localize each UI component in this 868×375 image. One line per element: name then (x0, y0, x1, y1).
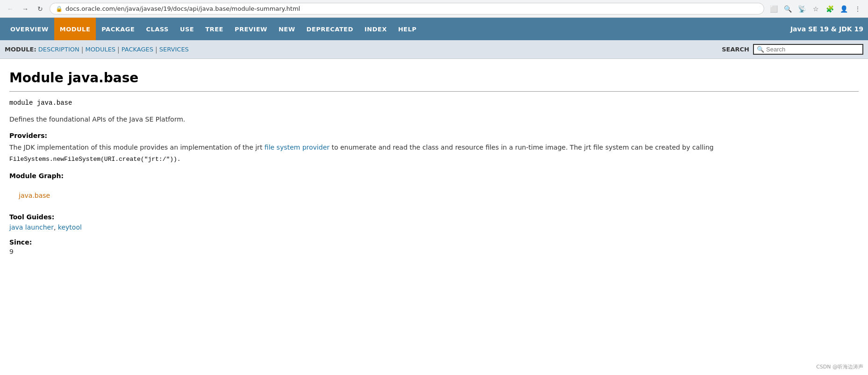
module-node[interactable]: java.base (19, 192, 50, 199)
nav-version: Java SE 19 & JDK 19 (790, 25, 863, 33)
nav-bar: OVERVIEW MODULE PACKAGE CLASS USE TREE P… (0, 18, 868, 40)
search-input[interactable] (766, 46, 860, 53)
sub-nav-sep-3: | (155, 46, 158, 53)
extensions-btn[interactable]: 🧩 (824, 3, 835, 14)
sub-nav-sep-2: | (117, 46, 120, 53)
keytool-link[interactable]: keytool (58, 224, 82, 231)
nav-overview[interactable]: OVERVIEW (5, 18, 54, 40)
nav-help[interactable]: HELP (393, 18, 423, 40)
module-graph-container: java.base (9, 187, 859, 204)
search-label: SEARCH (722, 46, 749, 53)
star-btn[interactable]: ☆ (810, 3, 821, 14)
nav-module[interactable]: MODULE (54, 18, 96, 40)
title-divider (9, 91, 859, 92)
profile-btn[interactable]: 👤 (838, 3, 849, 14)
search-container: 🔍 (753, 44, 863, 55)
sub-nav-packages[interactable]: PACKAGES (122, 46, 153, 53)
address-url: docs.oracle.com/en/java/javase/19/docs/a… (65, 5, 300, 12)
address-bar: 🔒 docs.oracle.com/en/java/javase/19/docs… (50, 3, 764, 14)
module-code-block: module java.base (9, 99, 859, 107)
nav-package[interactable]: PACKAGE (96, 18, 140, 40)
sub-nav-description[interactable]: DESCRIPTION (38, 46, 79, 53)
since-label: Since: (9, 238, 859, 246)
providers-text: The JDK implementation of this module pr… (9, 142, 859, 165)
nav-new[interactable]: NEW (273, 18, 301, 40)
nav-index[interactable]: INDEX (359, 18, 393, 40)
providers-label: Providers: (9, 132, 859, 139)
nav-class[interactable]: CLASS (140, 18, 174, 40)
nav-preview[interactable]: PREVIEW (229, 18, 273, 40)
sub-nav-sep-1: | (81, 46, 84, 53)
sub-nav-module-label: MODULE: (5, 46, 36, 53)
sub-nav-services[interactable]: SERVICES (159, 46, 189, 53)
lock-icon: 🔒 (56, 6, 63, 12)
sub-nav-modules[interactable]: MODULES (85, 46, 115, 53)
nav-deprecated[interactable]: DEPRECATED (301, 18, 359, 40)
zoom-btn[interactable]: 🔍 (782, 3, 793, 14)
nav-tree[interactable]: TREE (200, 18, 229, 40)
sub-nav: MODULE: DESCRIPTION | MODULES | PACKAGES… (0, 40, 868, 59)
java-launcher-link[interactable]: java launcher (9, 224, 54, 231)
module-graph-label: Module Graph: (9, 172, 859, 180)
tool-guides-links: java launcher, keytool (9, 224, 859, 231)
providers-text-before: The JDK implementation of this module pr… (9, 144, 265, 151)
page-title: Module java.base (9, 70, 859, 86)
tool-guides-sep: , (54, 224, 58, 231)
forward-button[interactable]: → (20, 3, 31, 14)
reload-button[interactable]: ↻ (35, 3, 46, 14)
module-description: Defines the foundational APIs of the Jav… (9, 114, 859, 124)
menu-btn[interactable]: ⋮ (852, 3, 863, 14)
tool-guides-label: Tool Guides: (9, 213, 859, 221)
providers-code: FileSystems.newFileSystem(URI.create("jr… (9, 156, 181, 163)
cast-btn[interactable]: 📡 (796, 3, 807, 14)
screenshot-btn[interactable]: ⬜ (768, 3, 779, 14)
nav-use[interactable]: USE (174, 18, 200, 40)
main-content: Module java.base module java.base Define… (0, 59, 868, 274)
browser-toolbar: ← → ↻ 🔒 docs.oracle.com/en/java/javase/1… (0, 0, 868, 17)
file-system-provider-link[interactable]: file system provider (265, 144, 330, 151)
providers-text-after: to enumerate and read the class and reso… (330, 144, 714, 151)
back-button[interactable]: ← (5, 3, 16, 14)
search-icon: 🔍 (757, 46, 764, 53)
since-value: 9 (9, 248, 859, 255)
browser-actions: ⬜ 🔍 📡 ☆ 🧩 👤 ⋮ (768, 3, 863, 14)
browser-chrome: ← → ↻ 🔒 docs.oracle.com/en/java/javase/1… (0, 0, 868, 18)
